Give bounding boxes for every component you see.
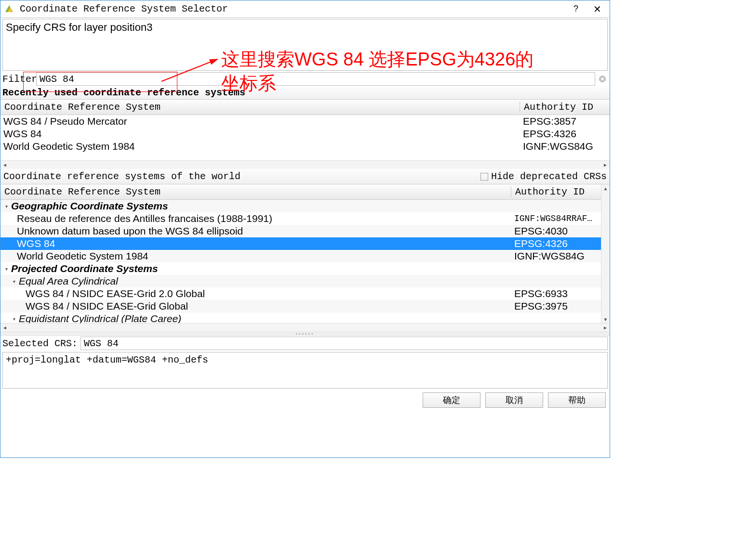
dialog-window: Coordinate Reference System Selector ? ✕… [0, 0, 610, 458]
scroll-down-icon[interactable]: ▼ [601, 315, 610, 323]
scroll-left-icon[interactable]: ◄ [0, 161, 9, 169]
selected-crs-label: Selected CRS: [2, 338, 78, 349]
tree-group[interactable]: ▾ Geographic Coordinate Systems [0, 200, 601, 212]
scroll-left-icon[interactable]: ◄ [0, 324, 9, 332]
scroll-right-icon[interactable]: ► [601, 161, 610, 169]
world-tree: Coordinate Reference System Authority ID… [0, 184, 610, 323]
tree-item[interactable]: World Geodetic System 1984 IGNF:WGS84G [0, 250, 601, 262]
app-icon [2, 2, 16, 16]
recent-row[interactable]: WGS 84 / Pseudo Mercator EPSG:3857 [0, 115, 610, 128]
col-auth-header[interactable]: Authority ID [520, 102, 610, 113]
tree-group[interactable]: ▾ Projected Coordinate Systems [0, 262, 601, 275]
filter-label: Filter [2, 74, 36, 85]
instruction-text: Specify CRS for layer position3 [6, 21, 152, 33]
selected-crs-row: Selected CRS: WGS 84 [0, 336, 610, 351]
button-row: 确定 取消 帮助 [0, 390, 610, 408]
col-crs-header[interactable]: Coordinate Reference System [0, 102, 520, 113]
proj-string: +proj=longlat +datum=WGS84 +no_defs [6, 354, 208, 365]
collapse-icon[interactable]: ▾ [3, 266, 9, 272]
cancel-button[interactable]: 取消 [485, 392, 543, 408]
world-column-headers: Coordinate Reference System Authority ID [0, 184, 601, 200]
collapse-icon[interactable]: ▾ [11, 278, 17, 284]
clear-filter-icon[interactable] [597, 74, 608, 84]
hide-deprecated-checkbox[interactable] [480, 173, 488, 181]
tree-scrollbar-v[interactable]: ▲ ▼ [601, 184, 610, 323]
titlebar: Coordinate Reference System Selector ? ✕ [0, 0, 610, 18]
window-title: Coordinate Reference System Selector [20, 3, 565, 14]
tree-item[interactable]: WGS 84 / NSIDC EASE-Grid Global EPSG:397… [0, 300, 601, 313]
ok-button[interactable]: 确定 [423, 392, 480, 408]
tree-item-selected[interactable]: WGS 84 EPSG:4326 [0, 237, 601, 250]
proj-string-box: +proj=longlat +datum=WGS84 +no_defs [2, 352, 608, 389]
instruction-box: Specify CRS for layer position3 [2, 19, 608, 71]
tree-item[interactable]: Reseau de reference des Antilles francai… [0, 212, 601, 225]
tree-subgroup[interactable]: ▾ Equidistant Cylindrical (Plate Caree) [0, 313, 601, 323]
recent-scrollbar-h[interactable]: ◄ ► [0, 160, 610, 169]
recent-row[interactable]: WGS 84 EPSG:4326 [0, 128, 610, 140]
filter-input[interactable] [36, 72, 595, 86]
recent-list: Coordinate Reference System Authority ID… [0, 99, 610, 169]
resize-grip[interactable]: •••••• [0, 332, 610, 336]
help-button[interactable]: ? [565, 2, 587, 16]
filter-row: Filter [0, 72, 610, 86]
tree-scrollbar-h[interactable]: ◄ ► [0, 323, 610, 332]
collapse-icon[interactable]: ▾ [11, 316, 17, 322]
col-crs-header[interactable]: Coordinate Reference System [0, 186, 511, 197]
collapse-icon[interactable]: ▾ [3, 203, 9, 209]
recent-column-headers: Coordinate Reference System Authority ID [0, 100, 610, 115]
selected-crs-value: WGS 84 [80, 337, 608, 350]
col-auth-header[interactable]: Authority ID [511, 186, 601, 197]
recent-header: Recently used coordinate reference syste… [0, 86, 610, 99]
recent-row[interactable]: World Geodetic System 1984 IGNF:WGS84G [0, 140, 610, 153]
world-label: Coordinate reference systems of the worl… [3, 171, 480, 182]
hide-deprecated-label: Hide deprecated CRSs [491, 171, 607, 182]
tree-subgroup[interactable]: ▾ Equal Area Cylindrical [0, 275, 601, 287]
scroll-up-icon[interactable]: ▲ [601, 184, 610, 192]
help-button-bottom[interactable]: 帮助 [548, 392, 606, 408]
tree-item[interactable]: Unknown datum based upon the WGS 84 elli… [0, 225, 601, 237]
tree-item[interactable]: WGS 84 / NSIDC EASE-Grid 2.0 Global EPSG… [0, 287, 601, 300]
scroll-right-icon[interactable]: ► [601, 324, 610, 332]
close-button[interactable]: ✕ [587, 2, 608, 16]
world-section-header: Coordinate reference systems of the worl… [0, 169, 610, 184]
